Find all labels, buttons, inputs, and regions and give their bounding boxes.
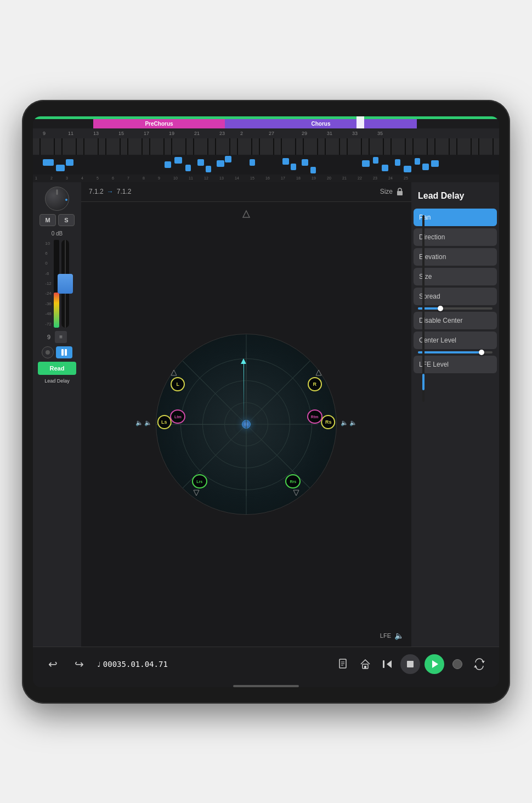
- timeline-num-31: 31: [327, 131, 332, 136]
- size-label: Size: [380, 188, 393, 195]
- speaker-Ls[interactable]: Ls: [157, 415, 171, 429]
- record-button-transport[interactable]: [449, 655, 466, 673]
- timeline-num-21: 21: [194, 131, 200, 136]
- svg-marker-12: [387, 660, 392, 668]
- undo-icon: ↩: [48, 658, 58, 671]
- read-button[interactable]: Read: [38, 362, 76, 375]
- note-bar: [206, 166, 211, 172]
- transport-controls: [335, 654, 488, 674]
- speaker-Ltm-container: Ltm: [170, 409, 185, 424]
- home-icon-btn[interactable]: [356, 655, 374, 673]
- pause-button[interactable]: [56, 346, 72, 358]
- redo-icon: ↪: [75, 658, 84, 671]
- timeline-section: PreChorus Chorus 9 11 13 15 17 19 21 23 …: [33, 116, 499, 182]
- panel-btn-direction[interactable]: Direction: [414, 228, 497, 246]
- svg-rect-14: [407, 661, 414, 667]
- panner-canvas[interactable]: L R Ls Rs: [81, 202, 411, 647]
- needle-line: [244, 364, 244, 424]
- note-numbers: 1 2 3 4 5 6 7 8 9 10 11 12 13 14 15 16 1: [33, 175, 499, 182]
- transport-bar: ↩ ↪ ♩ 00035.01.04.71: [33, 647, 499, 682]
- svg-marker-2: [171, 370, 177, 375]
- source-dot[interactable]: [242, 420, 251, 429]
- fader-section: 10 6 0 -6 -12 -24 -36 -48 -72: [45, 240, 69, 328]
- record-button[interactable]: [42, 346, 54, 358]
- speaker-Lrs[interactable]: Lrs: [192, 474, 207, 488]
- speaker-Ltm[interactable]: Ltm: [170, 409, 185, 424]
- note-bar: [362, 160, 370, 167]
- pan-knob[interactable]: [45, 187, 69, 211]
- note-bar: [66, 159, 73, 166]
- redo-button[interactable]: ↪: [70, 655, 88, 673]
- timeline-num-11: 11: [68, 131, 73, 136]
- solo-button[interactable]: S: [58, 214, 75, 226]
- fader-handle[interactable]: [58, 274, 73, 294]
- lock-icon[interactable]: [396, 188, 404, 195]
- speaker-Lrs-container: Lrs: [192, 474, 207, 488]
- spread-slider-track[interactable]: [418, 307, 493, 310]
- note-bar: [197, 159, 204, 166]
- speaker-Rs[interactable]: Rs: [321, 415, 336, 429]
- speaker-Rrs[interactable]: Rrs: [285, 474, 301, 488]
- spk-left-outer-1: 🔈: [144, 417, 152, 427]
- timeline-num-27: 27: [269, 131, 274, 136]
- speaker-Rs-container: Rs: [321, 415, 336, 429]
- panel-btn-center-level[interactable]: Center Level: [414, 332, 497, 349]
- panel-title: Lead Delay: [411, 187, 499, 207]
- play-button[interactable]: [425, 654, 444, 674]
- center-level-slider-handle[interactable]: [479, 350, 484, 355]
- speaker-Rtm[interactable]: Rtm: [307, 409, 322, 424]
- document-icon-btn[interactable]: [335, 655, 352, 673]
- center-level-slider-track[interactable]: [418, 351, 493, 353]
- loop-button[interactable]: [471, 655, 488, 673]
- spread-slider-handle[interactable]: [438, 306, 443, 311]
- right-panel: Lead Delay Pan Direction Elevation Size …: [411, 182, 499, 647]
- center-level-slider-row: [411, 350, 499, 355]
- stop-button[interactable]: [400, 654, 420, 674]
- scrollbar-thumb[interactable]: [422, 374, 425, 390]
- panel-btn-pan[interactable]: Pan: [414, 209, 497, 226]
- speaker-L[interactable]: L: [171, 377, 185, 391]
- pre-chorus-region[interactable]: PreChorus: [93, 119, 225, 128]
- panner-size-control[interactable]: Size: [380, 188, 404, 195]
- db-label: 0 dB: [52, 231, 63, 237]
- speaker-L-container: L: [171, 377, 185, 391]
- db-tick: -36: [45, 301, 52, 306]
- chorus-region[interactable]: Chorus: [225, 119, 417, 128]
- top-speaker-icon: [241, 210, 252, 223]
- panel-btn-lfe-level[interactable]: LFE Level: [414, 356, 497, 373]
- panel-btn-spread[interactable]: Spread: [414, 288, 497, 305]
- channel-name: Lead Delay: [44, 378, 70, 384]
- lfe-speaker-icon[interactable]: 🔈: [394, 631, 404, 640]
- speaker-Ls-container: Ls: [157, 415, 171, 429]
- rewind-button[interactable]: [378, 655, 396, 673]
- channel-icon[interactable]: ≡: [55, 331, 67, 343]
- grid-line-270: [246, 334, 247, 424]
- timeline-num-9: 9: [43, 131, 46, 136]
- fader-track[interactable]: [61, 240, 69, 328]
- note-bar: [310, 167, 316, 173]
- panel-btn-size[interactable]: Size: [414, 268, 497, 285]
- timeline-num-2: 2: [240, 131, 243, 136]
- source-dot-container: [242, 420, 251, 429]
- format-to: 7.1.2: [117, 188, 132, 195]
- note-icon: ♩: [97, 660, 101, 669]
- db-tick: 6: [45, 251, 52, 256]
- panel-btn-disable-center[interactable]: Disable Center: [414, 312, 497, 329]
- note-bar: [415, 158, 420, 165]
- position-value: 00035.01.04.71: [103, 660, 168, 669]
- surround-panner-circle[interactable]: L R Ls Rs: [156, 334, 337, 515]
- svg-marker-5: [293, 490, 299, 496]
- note-bar: [431, 160, 439, 167]
- scrollbar-track: [422, 215, 425, 402]
- speaker-R[interactable]: R: [308, 377, 322, 391]
- mute-button[interactable]: M: [39, 214, 56, 226]
- format-arrow: →: [107, 188, 114, 195]
- timeline-num-23: 23: [219, 131, 225, 136]
- panel-btn-elevation[interactable]: Elevation: [414, 248, 497, 266]
- undo-button[interactable]: ↩: [44, 655, 61, 673]
- piano-roll: 1 2 3 4 5 6 7 8 9 10 11 12 13 14 15 16 1: [33, 138, 499, 182]
- speaker-Rtm-container: Rtm: [307, 409, 322, 424]
- playhead-marker[interactable]: [356, 116, 364, 128]
- tablet-frame: PreChorus Chorus 9 11 13 15 17 19 21 23 …: [22, 100, 510, 704]
- home-icon: [359, 658, 371, 670]
